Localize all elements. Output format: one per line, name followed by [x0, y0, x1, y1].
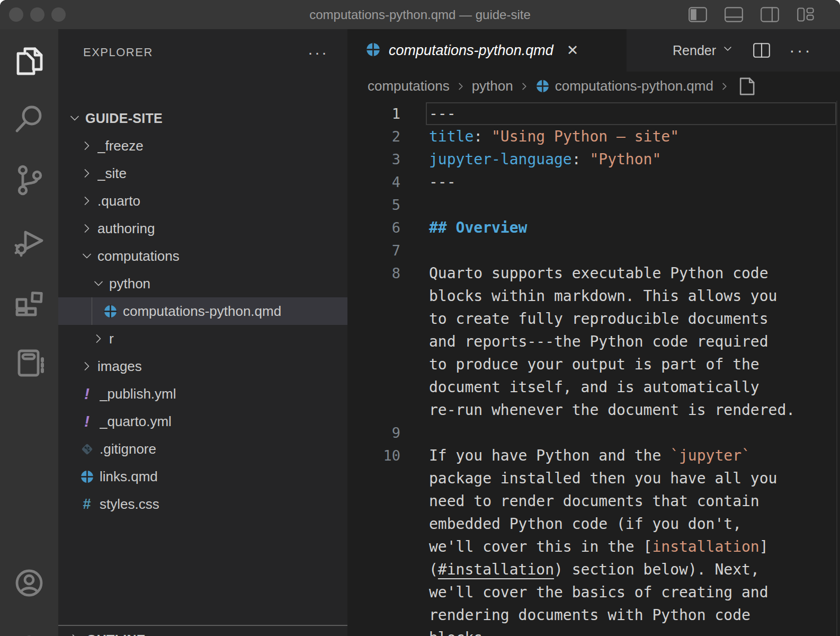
split-editor-button[interactable] [752, 42, 771, 59]
tree-item-label: .quarto [97, 193, 140, 209]
code-line-wrap: document itself, and is automatically [347, 376, 840, 399]
breadcrumb-computations-python-qmd[interactable]: computations-python.qmd [535, 78, 713, 94]
line-number: 5 [347, 197, 400, 213]
tree-item-authoring[interactable]: authoring [58, 215, 347, 242]
chevron-right-icon [517, 80, 531, 93]
quarto-file-icon [535, 79, 550, 93]
tree-item-links-qmd[interactable]: links.qmd [58, 463, 347, 490]
line-number: 4 [347, 174, 400, 190]
tree-item-label: .gitignore [100, 441, 156, 457]
tree-item-python[interactable]: python [58, 270, 347, 297]
outline-section: OUTLINE [58, 625, 347, 636]
tree-item--gitignore[interactable]: .gitignore [58, 435, 347, 463]
customize-layout-button[interactable] [796, 6, 816, 23]
code-text: --- [429, 105, 456, 122]
code-line-8: 8Quarto supports executable Python code [347, 262, 840, 285]
line-number: 1 [347, 105, 400, 122]
breadcrumb-computations[interactable]: computations [368, 78, 450, 94]
zoom-window-button[interactable] [51, 7, 66, 22]
tree-item-label: images [97, 358, 142, 375]
code-line-wrap: to produce your output is part of the [347, 353, 840, 376]
code-line-3: 3jupyter-language: "Python" [347, 148, 840, 171]
activity-explorer-button[interactable] [12, 44, 46, 78]
tree-item-styles-css[interactable]: #styles.css [58, 490, 347, 518]
chevron-right-icon [79, 359, 94, 374]
code-text: package installed then you have all you [429, 470, 777, 487]
activity-notebook-button[interactable] [12, 346, 46, 380]
titlebar: computations-python.qmd — guide-site [0, 0, 840, 29]
code-line-wrap: we'll cover this in the [installation] [347, 535, 840, 558]
explorer-sidebar: EXPLORER ··· GUIDE-SITE_freeze_site.quar… [58, 29, 347, 636]
activity-extensions-button[interactable] [12, 285, 46, 319]
vscode-window: computations-python.qmd — guide-site EXP… [0, 0, 840, 636]
traffic-lights [0, 0, 66, 29]
editor-group: computations-python.qmd ✕ Render ··· com… [347, 29, 840, 636]
tree-item--quarto-yml[interactable]: !_quarto.yml [58, 408, 347, 435]
line-number: 9 [347, 425, 400, 441]
window-title: computations-python.qmd — guide-site [309, 7, 531, 22]
code-text: title: "Using Python — site" [429, 128, 679, 145]
yaml-file-icon: ! [79, 414, 94, 429]
code-text: Quarto supports executable Python code [429, 264, 768, 282]
code-line-5: 5 [347, 193, 840, 216]
code-text: rendering documents with Python code [429, 606, 750, 624]
code-text: document itself, and is automatically [429, 378, 759, 396]
tree-item--freeze[interactable]: _freeze [58, 132, 347, 160]
activity-source-control-button[interactable] [12, 163, 46, 197]
code-text: (#installation) section below). Next, [429, 561, 759, 578]
tree-root-guide-site[interactable]: GUIDE-SITE [58, 104, 347, 132]
quarto-file-icon [103, 304, 118, 319]
code-editor[interactable]: 1---2title: "Using Python — site"3jupyte… [347, 101, 840, 636]
css-file-icon: # [79, 497, 94, 511]
toggle-primary-sidebar-button[interactable] [688, 6, 708, 23]
tree-item-computations[interactable]: computations [58, 242, 347, 270]
explorer-more-actions-button[interactable]: ··· [308, 50, 328, 55]
code-line-wrap: rendering documents with Python code [347, 604, 840, 626]
code-line-wrap: we'll cover the basics of creating and [347, 581, 840, 604]
activity-account-button[interactable] [12, 566, 46, 600]
tree-item-images[interactable]: images [58, 352, 347, 380]
tab-bar: computations-python.qmd ✕ Render ··· [347, 29, 840, 72]
breadcrumbs: computationspythoncomputations-python.qm… [347, 72, 840, 101]
activity-run-debug-button[interactable] [12, 224, 46, 258]
code-text: and reports---the Python code required [429, 333, 768, 350]
tree-item-r[interactable]: r [58, 325, 347, 352]
activity-bar [0, 29, 58, 636]
line-number: 10 [347, 447, 400, 464]
code-line-wrap: re-run whenever the document is rendered… [347, 399, 840, 421]
minimize-window-button[interactable] [30, 7, 44, 22]
toggle-panel-button[interactable] [724, 6, 744, 23]
tree-item-label: python [109, 276, 150, 292]
chevron-right-icon [67, 631, 82, 636]
chevron-down-icon [721, 42, 734, 58]
chevron-down-icon [91, 276, 106, 291]
code-line-wrap: package installed then you have all you [347, 467, 840, 490]
close-window-button[interactable] [9, 7, 23, 22]
line-number: 8 [347, 265, 400, 281]
editor-actions: Render ··· [673, 29, 840, 72]
code-line-10: 10If you have Python and the `jupyter` [347, 444, 840, 467]
activity-settings-button[interactable] [12, 630, 46, 636]
tab-computations-python[interactable]: computations-python.qmd ✕ [347, 29, 627, 72]
breadcrumb-python[interactable]: python [472, 78, 513, 94]
code-text: to create fully reproducible documents [429, 310, 768, 328]
outline-header[interactable]: OUTLINE [58, 626, 347, 636]
explorer-title: EXPLORER [83, 46, 153, 59]
code-line-7: 7 [347, 239, 840, 262]
toggle-secondary-sidebar-button[interactable] [760, 6, 780, 23]
code-text: we'll cover this in the [installation] [429, 538, 768, 555]
tab-label: computations-python.qmd [389, 42, 553, 59]
more-actions-button[interactable]: ··· [789, 48, 812, 53]
tree-item--publish-yml[interactable]: !_publish.yml [58, 380, 347, 408]
code-line-2: 2title: "Using Python — site" [347, 125, 840, 148]
tab-close-button[interactable]: ✕ [567, 42, 579, 59]
activity-search-button[interactable] [12, 102, 46, 136]
tree-item-computations-python-qmd[interactable]: computations-python.qmd [58, 297, 347, 325]
editor-scrollbar[interactable] [836, 101, 837, 636]
tree-item--quarto[interactable]: .quarto [58, 187, 347, 215]
render-button[interactable]: Render [673, 42, 734, 58]
code-text: blocks. [429, 629, 492, 636]
tree-item-label: _quarto.yml [100, 413, 172, 430]
tree-item--site[interactable]: _site [58, 160, 347, 187]
chevron-right-icon [79, 193, 94, 208]
